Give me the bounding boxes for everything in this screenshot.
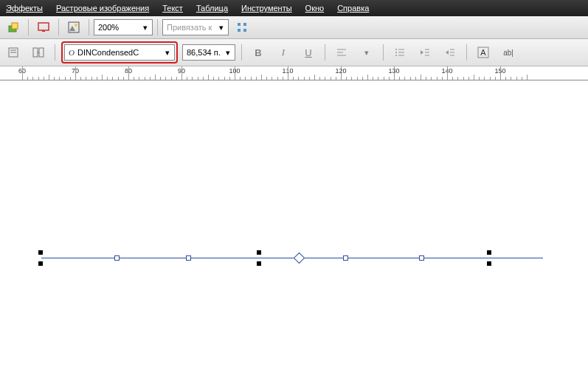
ruler-tick [277, 77, 278, 80]
ruler-tick [495, 77, 496, 80]
ruler-tick [54, 77, 55, 80]
ruler-tick [367, 75, 368, 80]
italic-icon[interactable]: I [273, 43, 294, 62]
ruler-tick [139, 77, 139, 80]
publish-icon[interactable] [3, 18, 24, 37]
text-flow-icon[interactable] [28, 43, 49, 62]
ruler-tick [484, 77, 485, 80]
screen-icon[interactable] [33, 18, 54, 37]
ruler-tick [404, 77, 405, 80]
underline-icon[interactable]: U [298, 43, 319, 62]
ruler-tick [181, 66, 182, 80]
ruler-tick [410, 77, 411, 80]
ruler-tick [373, 77, 373, 80]
ruler-tick [27, 77, 28, 80]
image-icon[interactable] [63, 18, 84, 37]
edit-text-icon[interactable]: ab| [498, 43, 519, 62]
ruler-tick [256, 77, 257, 80]
selection-handle[interactable] [186, 255, 191, 261]
ruler-tick [394, 66, 395, 80]
menu-text[interactable]: Текст [162, 4, 183, 13]
selection-handle[interactable] [487, 250, 491, 255]
svg-rect-7 [238, 23, 241, 26]
ruler-tick [452, 77, 453, 80]
ruler-tick [319, 77, 320, 80]
chevron-down-icon: ▾ [141, 23, 150, 32]
ruler-tick [346, 77, 347, 80]
ruler-tick [123, 77, 124, 80]
ruler-tick [112, 77, 113, 80]
svg-rect-8 [243, 23, 246, 26]
ruler-tick [325, 77, 325, 80]
ruler-tick [527, 75, 528, 80]
menu-help[interactable]: Справка [337, 4, 369, 13]
ruler-tick [44, 77, 44, 80]
ruler-tick [145, 77, 145, 80]
ruler-tick [266, 77, 267, 80]
text-toolbar: O DINCondensedC ▾ 86,534 п. ▾ B I U ▾ A … [0, 39, 588, 66]
svg-rect-15 [39, 48, 44, 57]
ruler-tick [218, 77, 219, 80]
ruler-tick [437, 77, 437, 80]
ruler-tick [511, 77, 511, 80]
horizontal-ruler[interactable]: 60708090100110120130140150 [0, 66, 588, 80]
menu-raster[interactable]: Растровые изображения [56, 4, 149, 13]
font-combo[interactable]: O DINCondensedC ▾ [64, 44, 175, 61]
ruler-tick [298, 77, 299, 80]
snap-combo[interactable]: Привязать к ▾ [162, 19, 229, 35]
bullet-list-icon[interactable] [390, 43, 410, 62]
ruler-tick [479, 77, 480, 80]
ruler-tick [38, 77, 39, 80]
selection-handle[interactable] [257, 250, 261, 255]
ruler-tick [118, 77, 119, 80]
ruler-tick [500, 66, 501, 80]
font-name: DINCondensedC [77, 48, 160, 57]
text-frame-icon[interactable] [3, 43, 24, 62]
ruler-tick [155, 75, 156, 80]
svg-rect-3 [42, 30, 45, 32]
ruler-tick [128, 66, 129, 80]
ruler-tick [59, 77, 60, 80]
ruler-tick [442, 77, 443, 80]
snap-options-icon[interactable] [232, 18, 252, 37]
svg-point-6 [75, 24, 77, 27]
align-dropdown-icon[interactable]: ▾ [356, 43, 377, 62]
menu-effects[interactable]: Эффекты [6, 4, 43, 13]
menu-table[interactable]: Таблица [196, 4, 228, 13]
ruler-tick [415, 77, 416, 80]
ruler-tick [80, 77, 81, 80]
menubar: Эффекты Растровые изображения Текст Табл… [0, 0, 588, 16]
ruler-tick [336, 77, 336, 80]
font-size-value: 86,534 п. [187, 48, 221, 57]
menu-window[interactable]: Окно [305, 4, 325, 13]
zoom-combo[interactable]: 200% ▾ [94, 19, 153, 35]
selection-handle[interactable] [257, 261, 261, 266]
svg-rect-1 [12, 23, 18, 29]
indent-inc-icon[interactable] [440, 43, 460, 62]
menu-tools[interactable]: Инструменты [241, 4, 292, 13]
selection-handle[interactable] [487, 261, 491, 266]
align-left-icon[interactable] [331, 43, 352, 62]
bold-icon[interactable]: B [248, 43, 269, 62]
ruler-tick [431, 77, 432, 80]
ruler-tick [107, 77, 108, 80]
svg-point-23 [395, 55, 397, 56]
ruler-tick [65, 77, 66, 80]
ruler-tick [293, 77, 294, 80]
ruler-tick [198, 77, 198, 80]
selection-handle[interactable] [343, 255, 348, 261]
selection-handle[interactable] [38, 250, 43, 255]
ruler-tick [399, 77, 400, 80]
ruler-tick [102, 75, 103, 80]
ruler-tick [341, 66, 342, 80]
canvas[interactable] [0, 80, 588, 378]
ruler-tick [463, 77, 464, 80]
origin-marker[interactable] [294, 252, 305, 264]
selection-handle[interactable] [38, 261, 43, 266]
selection-handle[interactable] [114, 255, 120, 261]
char-format-icon[interactable]: A [473, 43, 494, 62]
indent-dec-icon[interactable] [415, 43, 435, 62]
selection-handle[interactable] [419, 255, 424, 261]
font-size-combo[interactable]: 86,534 п. ▾ [182, 44, 235, 61]
ruler-tick [134, 77, 134, 80]
